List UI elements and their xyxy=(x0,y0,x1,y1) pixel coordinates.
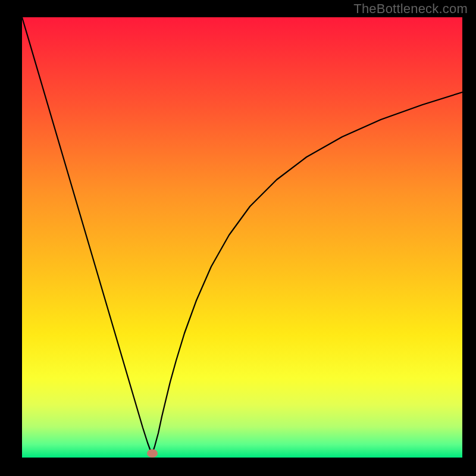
plot-area xyxy=(22,17,462,458)
chart-container: TheBottleneck.com xyxy=(0,0,476,476)
chart-svg xyxy=(0,0,476,476)
bottleneck-marker xyxy=(147,449,158,458)
watermark-text: TheBottleneck.com xyxy=(353,1,468,17)
